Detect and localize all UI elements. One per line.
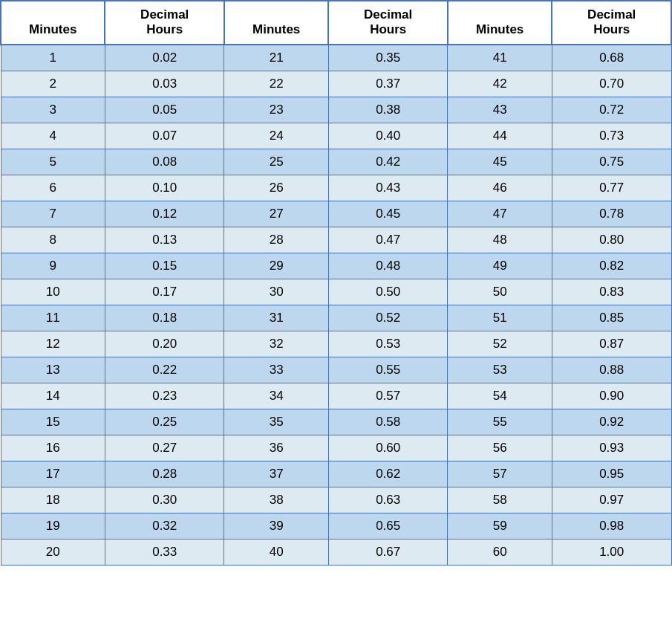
cell-decimal-1: 0.08 — [105, 149, 224, 175]
table-row: 140.23340.57540.90 — [1, 383, 671, 409]
cell-minutes-2: 34 — [224, 383, 328, 409]
cell-decimal-1: 0.28 — [105, 461, 224, 487]
table-row: 90.15290.48490.82 — [1, 253, 671, 279]
cell-decimal-3: 0.82 — [552, 253, 671, 279]
cell-minutes-3: 55 — [448, 409, 552, 435]
cell-decimal-3: 0.88 — [552, 357, 671, 383]
cell-decimal-1: 0.05 — [105, 97, 224, 123]
cell-minutes-2: 28 — [224, 227, 328, 253]
cell-decimal-3: 0.85 — [552, 305, 671, 331]
cell-minutes-1: 2 — [1, 71, 105, 97]
cell-decimal-1: 0.32 — [105, 513, 224, 539]
table-body: 10.02210.35410.6820.03220.37420.7030.052… — [1, 45, 671, 565]
cell-minutes-2: 35 — [224, 409, 328, 435]
cell-minutes-3: 60 — [448, 539, 552, 565]
cell-minutes-1: 17 — [1, 461, 105, 487]
table-row: 110.18310.52510.85 — [1, 305, 671, 331]
cell-decimal-1: 0.30 — [105, 487, 224, 513]
cell-decimal-1: 0.02 — [105, 45, 224, 71]
cell-decimal-3: 0.77 — [552, 175, 671, 201]
cell-decimal-3: 0.98 — [552, 513, 671, 539]
cell-decimal-1: 0.20 — [105, 331, 224, 357]
cell-decimal-1: 0.22 — [105, 357, 224, 383]
cell-decimal-3: 0.68 — [552, 45, 671, 71]
table-row: 120.20320.53520.87 — [1, 331, 671, 357]
table-row: 60.10260.43460.77 — [1, 175, 671, 201]
header-minutes-1: Minutes — [1, 1, 105, 45]
cell-decimal-1: 0.25 — [105, 409, 224, 435]
cell-decimal-2: 0.63 — [328, 487, 448, 513]
cell-decimal-3: 0.87 — [552, 331, 671, 357]
cell-minutes-3: 51 — [448, 305, 552, 331]
table-row: 10.02210.35410.68 — [1, 45, 671, 71]
cell-minutes-2: 23 — [224, 97, 328, 123]
cell-minutes-2: 22 — [224, 71, 328, 97]
cell-decimal-1: 0.15 — [105, 253, 224, 279]
header-decimal-3: DecimalHours — [552, 1, 671, 45]
cell-decimal-2: 0.60 — [328, 435, 448, 461]
cell-decimal-1: 0.27 — [105, 435, 224, 461]
cell-decimal-3: 0.93 — [552, 435, 671, 461]
cell-minutes-3: 46 — [448, 175, 552, 201]
cell-decimal-3: 0.70 — [552, 71, 671, 97]
cell-decimal-1: 0.23 — [105, 383, 224, 409]
cell-decimal-3: 0.73 — [552, 123, 671, 149]
cell-decimal-1: 0.10 — [105, 175, 224, 201]
cell-decimal-2: 0.57 — [328, 383, 448, 409]
header-row: Minutes DecimalHours Minutes DecimalHour… — [1, 1, 671, 45]
table-row: 160.27360.60560.93 — [1, 435, 671, 461]
cell-minutes-3: 43 — [448, 97, 552, 123]
cell-minutes-2: 37 — [224, 461, 328, 487]
cell-minutes-2: 33 — [224, 357, 328, 383]
cell-decimal-3: 0.90 — [552, 383, 671, 409]
table-row: 50.08250.42450.75 — [1, 149, 671, 175]
header-decimal-2: DecimalHours — [328, 1, 448, 45]
cell-decimal-2: 0.67 — [328, 539, 448, 565]
cell-minutes-1: 10 — [1, 279, 105, 305]
cell-minutes-2: 29 — [224, 253, 328, 279]
cell-minutes-3: 42 — [448, 71, 552, 97]
cell-minutes-1: 9 — [1, 253, 105, 279]
table-row: 130.22330.55530.88 — [1, 357, 671, 383]
cell-minutes-3: 58 — [448, 487, 552, 513]
cell-decimal-1: 0.17 — [105, 279, 224, 305]
cell-minutes-3: 49 — [448, 253, 552, 279]
cell-minutes-2: 36 — [224, 435, 328, 461]
cell-decimal-3: 0.83 — [552, 279, 671, 305]
cell-minutes-3: 53 — [448, 357, 552, 383]
table-row: 170.28370.62570.95 — [1, 461, 671, 487]
cell-decimal-2: 0.40 — [328, 123, 448, 149]
cell-minutes-1: 19 — [1, 513, 105, 539]
cell-decimal-2: 0.47 — [328, 227, 448, 253]
cell-minutes-3: 59 — [448, 513, 552, 539]
cell-decimal-3: 0.97 — [552, 487, 671, 513]
cell-decimal-1: 0.03 — [105, 71, 224, 97]
cell-minutes-2: 21 — [224, 45, 328, 71]
cell-minutes-1: 18 — [1, 487, 105, 513]
table-row: 150.25350.58550.92 — [1, 409, 671, 435]
cell-minutes-1: 14 — [1, 383, 105, 409]
table-row: 200.33400.67601.00 — [1, 539, 671, 565]
cell-minutes-3: 45 — [448, 149, 552, 175]
cell-minutes-2: 38 — [224, 487, 328, 513]
cell-decimal-2: 0.50 — [328, 279, 448, 305]
cell-minutes-1: 12 — [1, 331, 105, 357]
cell-minutes-1: 11 — [1, 305, 105, 331]
cell-minutes-1: 15 — [1, 409, 105, 435]
cell-minutes-1: 3 — [1, 97, 105, 123]
table-row: 70.12270.45470.78 — [1, 201, 671, 227]
cell-minutes-2: 39 — [224, 513, 328, 539]
cell-decimal-2: 0.53 — [328, 331, 448, 357]
cell-minutes-2: 25 — [224, 149, 328, 175]
cell-decimal-2: 0.62 — [328, 461, 448, 487]
cell-minutes-3: 54 — [448, 383, 552, 409]
cell-minutes-2: 26 — [224, 175, 328, 201]
cell-minutes-2: 40 — [224, 539, 328, 565]
cell-decimal-2: 0.58 — [328, 409, 448, 435]
cell-minutes-3: 56 — [448, 435, 552, 461]
cell-decimal-3: 1.00 — [552, 539, 671, 565]
cell-decimal-1: 0.18 — [105, 305, 224, 331]
cell-minutes-3: 41 — [448, 45, 552, 71]
cell-decimal-2: 0.38 — [328, 97, 448, 123]
cell-decimal-3: 0.78 — [552, 201, 671, 227]
